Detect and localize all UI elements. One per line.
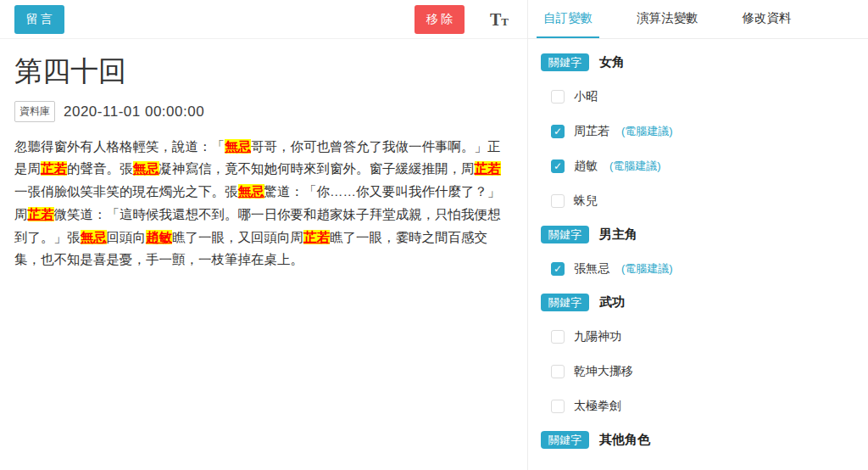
keyword-checkbox-label: 趙敏 — [574, 159, 598, 174]
keyword-checkbox-row[interactable]: ✓張無忌(電腦建議) — [551, 259, 868, 279]
keyword-checkbox-row[interactable]: 太極拳劍 — [551, 396, 868, 417]
tab-modify-data[interactable]: 修改資料 — [736, 0, 798, 38]
document-body: 忽聽得窗外有人格格輕笑，說道：「無忌哥哥，你可也曾答允了我做一件事啊。」正是周芷… — [14, 136, 512, 272]
document-meta: 資料庫 2020-11-01 00:00:00 — [14, 101, 512, 122]
keyword-badge: 關鍵字 — [541, 294, 589, 311]
computer-suggested-tag: (電腦建議) — [609, 159, 661, 174]
body-text-segment: 忽聽得窗外有人格格輕笑，說道：「 — [14, 139, 225, 154]
keyword-highlight: 趙敏 — [146, 230, 172, 244]
toolbar-right-group: 移除 TT — [415, 5, 509, 34]
keyword-checkbox-label: 小昭 — [574, 89, 598, 104]
font-size-toggle-large-letter: T — [490, 10, 501, 29]
keyword-highlight: 無忌 — [133, 161, 159, 176]
keyword-highlight: 芷若 — [475, 161, 501, 176]
keyword-section-title: 女角 — [599, 54, 625, 70]
app-window: 留言 移除 TT 第四十回 資料庫 2020-11-01 00:00:00 忽聽… — [0, 0, 868, 470]
keyword-checkbox-row[interactable]: 九陽神功 — [551, 327, 868, 347]
keyword-checkbox-label: 九陽神功 — [574, 329, 621, 344]
keyword-badge: 關鍵字 — [541, 431, 589, 449]
body-text-segment: 回頭向 — [107, 230, 147, 244]
keyword-highlight: 芷若 — [28, 207, 54, 221]
remove-button[interactable]: 移除 — [415, 5, 465, 34]
page-title: 第四十回 — [14, 53, 512, 91]
keyword-checkbox-row[interactable]: ✓趙敏(電腦建議) — [551, 156, 868, 176]
keyword-section-header: 關鍵字武功 — [541, 292, 868, 312]
keyword-highlight: 無忌 — [81, 230, 107, 244]
document-panel: 留言 移除 TT 第四十回 資料庫 2020-11-01 00:00:00 忽聽… — [0, 0, 527, 470]
keyword-checkbox-row[interactable]: 蛛兒 — [551, 191, 868, 211]
checkbox-unchecked[interactable] — [551, 330, 565, 344]
keyword-badge: 關鍵字 — [541, 53, 589, 71]
keyword-section-header: 關鍵字男主角 — [541, 224, 868, 244]
body-text-segment: 一張俏臉似笑非笑的現在燭光之下。張 — [14, 184, 238, 199]
keyword-checkbox-label: 周芷若 — [574, 124, 609, 139]
keyword-checkbox-label: 太極拳劍 — [574, 399, 621, 414]
keyword-highlight: 芷若 — [303, 230, 330, 244]
keyword-checkbox-label: 乾坤大挪移 — [574, 364, 633, 379]
keyword-badge: 關鍵字 — [541, 226, 589, 243]
keyword-section-title: 其他角色 — [599, 432, 650, 448]
keyword-section-header: 關鍵字女角 — [541, 52, 868, 72]
keyword-section-title: 男主角 — [599, 227, 637, 243]
keyword-sections: 關鍵字女角小昭✓周芷若(電腦建議)✓趙敏(電腦建議)蛛兒關鍵字男主角✓張無忌(電… — [528, 52, 868, 450]
body-text-segment: 瞧了一眼，又回頭向周 — [172, 230, 303, 244]
body-text-segment: 凝神寫信，竟不知她何時來到窗外。窗子緩緩推開，周 — [159, 161, 475, 176]
checkbox-checked[interactable]: ✓ — [551, 159, 565, 173]
keyword-checkbox-row[interactable]: 乾坤大挪移 — [551, 361, 868, 382]
checkbox-unchecked[interactable] — [551, 365, 565, 378]
sidebar-tabs: 自訂變數 演算法變數 修改資料 — [528, 0, 868, 39]
computer-suggested-tag: (電腦建議) — [621, 261, 673, 277]
checkbox-unchecked[interactable] — [551, 194, 565, 208]
computer-suggested-tag: (電腦建議) — [621, 124, 673, 139]
keyword-section-title: 武功 — [599, 294, 625, 311]
tab-custom-variables[interactable]: 自訂變數 — [537, 0, 599, 38]
keyword-section-header: 關鍵字其他角色 — [541, 429, 868, 450]
font-size-toggle-icon[interactable]: TT — [490, 11, 509, 28]
font-size-toggle-small-letter: T — [501, 15, 509, 28]
keyword-checkbox-row[interactable]: 小昭 — [551, 87, 868, 107]
comment-button[interactable]: 留言 — [14, 5, 64, 34]
document-date: 2020-11-01 00:00:00 — [64, 104, 204, 120]
source-badge: 資料庫 — [14, 101, 55, 122]
keyword-checkbox-row[interactable]: ✓周芷若(電腦建議) — [551, 121, 868, 142]
keyword-checkbox-label: 張無忌 — [574, 261, 609, 277]
keyword-highlight: 芷若 — [41, 161, 67, 176]
checkbox-checked[interactable]: ✓ — [551, 262, 565, 276]
tab-algorithm-variables[interactable]: 演算法變數 — [630, 0, 705, 38]
checkbox-unchecked[interactable] — [551, 400, 565, 413]
keyword-highlight: 無忌 — [238, 184, 264, 199]
keyword-checkbox-label: 蛛兒 — [574, 193, 598, 209]
body-text-segment: 的聲音。張 — [67, 161, 133, 176]
document-toolbar: 留言 移除 TT — [0, 0, 527, 39]
variables-sidebar: 自訂變數 演算法變數 修改資料 關鍵字女角小昭✓周芷若(電腦建議)✓趙敏(電腦建… — [527, 0, 868, 470]
document-content: 第四十回 資料庫 2020-11-01 00:00:00 忽聽得窗外有人格格輕笑… — [0, 53, 527, 271]
checkbox-checked[interactable]: ✓ — [551, 125, 565, 138]
keyword-highlight: 無忌 — [225, 139, 251, 154]
checkbox-unchecked[interactable] — [551, 90, 565, 104]
